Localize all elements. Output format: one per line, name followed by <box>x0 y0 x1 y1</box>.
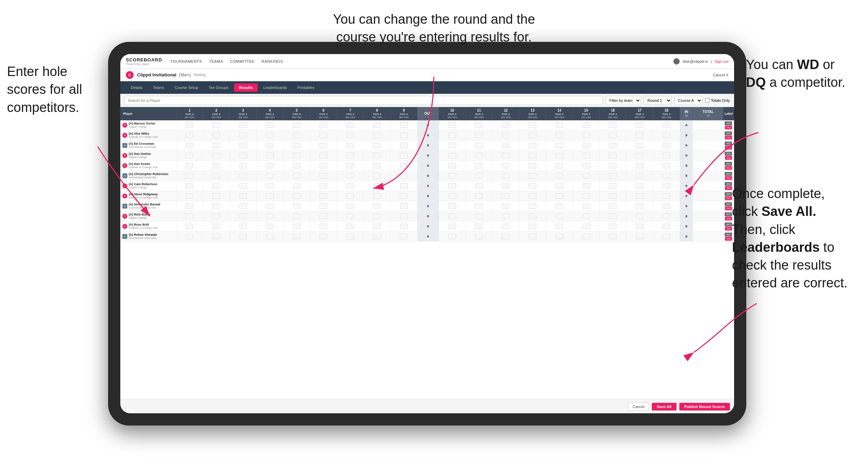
hole-13-input[interactable] <box>529 183 536 189</box>
hole-1-input[interactable] <box>186 133 193 138</box>
hole-8-score[interactable] <box>364 171 391 181</box>
hole-8-score[interactable] <box>364 120 391 130</box>
hole-5-score[interactable] <box>283 211 310 221</box>
hole-3-score[interactable] <box>230 191 257 201</box>
hole-18-input[interactable] <box>663 183 670 189</box>
hole-6-score[interactable] <box>310 201 337 211</box>
hole-12-input[interactable] <box>502 122 510 128</box>
hole-2-input[interactable] <box>212 153 220 158</box>
hole-14-input[interactable] <box>556 153 563 158</box>
tab-printables[interactable]: Printables <box>293 83 319 92</box>
hole-10-score[interactable] <box>439 231 466 241</box>
nav-rankings[interactable]: RANKINGS <box>262 59 283 63</box>
hole-17-input[interactable] <box>636 163 643 168</box>
hole-17-input[interactable] <box>636 224 643 229</box>
hole-15-score[interactable] <box>573 231 599 241</box>
hole-18-score[interactable] <box>653 211 680 221</box>
hole-16-score[interactable] <box>599 160 626 171</box>
hole-12-input[interactable] <box>502 133 510 138</box>
hole-16-score[interactable] <box>599 140 626 150</box>
hole-8-score[interactable] <box>364 231 391 241</box>
hole-1-input[interactable] <box>186 122 193 128</box>
hole-6-score[interactable] <box>310 231 337 241</box>
hole-4-score[interactable] <box>256 221 283 231</box>
hole-17-score[interactable] <box>626 150 653 160</box>
hole-10-score[interactable] <box>439 160 466 171</box>
hole-9-input[interactable] <box>400 213 408 219</box>
hole-7-input[interactable] <box>346 213 354 219</box>
hole-15-input[interactable] <box>582 193 590 199</box>
hole-7-score[interactable] <box>337 120 364 130</box>
hole-8-score[interactable] <box>364 181 391 191</box>
hole-3-score[interactable] <box>230 221 257 231</box>
hole-13-score[interactable] <box>519 211 546 221</box>
hole-12-input[interactable] <box>502 213 510 219</box>
hole-13-score[interactable] <box>519 221 546 231</box>
dq-button[interactable]: DQ <box>725 136 732 140</box>
hole-1-score[interactable] <box>176 171 203 181</box>
hole-13-score[interactable] <box>519 231 546 241</box>
hole-8-score[interactable] <box>364 221 391 231</box>
hole-9-score[interactable] <box>391 160 417 171</box>
hole-7-input[interactable] <box>346 133 354 138</box>
hole-3-input[interactable] <box>239 183 247 189</box>
hole-5-score[interactable] <box>283 171 310 181</box>
hole-15-score[interactable] <box>573 191 599 201</box>
hole-10-input[interactable] <box>448 143 456 148</box>
hole-13-input[interactable] <box>529 213 536 219</box>
dq-button[interactable]: DQ <box>725 126 732 129</box>
hole-6-score[interactable] <box>310 160 337 171</box>
hole-11-input[interactable] <box>475 122 483 128</box>
hole-17-score[interactable] <box>626 211 653 221</box>
hole-16-score[interactable] <box>599 130 626 140</box>
hole-7-input[interactable] <box>346 153 354 158</box>
hole-17-input[interactable] <box>636 183 643 189</box>
hole-10-input[interactable] <box>448 213 456 219</box>
hole-7-score[interactable] <box>337 150 364 160</box>
hole-7-input[interactable] <box>346 234 354 239</box>
hole-6-score[interactable] <box>310 150 337 160</box>
hole-3-score[interactable] <box>230 201 257 211</box>
hole-12-input[interactable] <box>502 203 510 209</box>
hole-1-score[interactable] <box>176 150 203 160</box>
hole-11-input[interactable] <box>475 183 483 189</box>
hole-14-score[interactable] <box>546 181 573 191</box>
hole-3-score[interactable] <box>230 171 257 181</box>
hole-6-input[interactable] <box>319 224 327 229</box>
hole-9-input[interactable] <box>400 173 408 179</box>
wd-button[interactable]: WD <box>725 172 732 176</box>
hole-18-input[interactable] <box>663 153 670 158</box>
hole-9-score[interactable] <box>391 120 417 130</box>
hole-12-input[interactable] <box>502 153 510 158</box>
hole-2-input[interactable] <box>212 122 220 128</box>
hole-8-input[interactable] <box>373 203 381 209</box>
hole-5-score[interactable] <box>283 231 310 241</box>
hole-10-input[interactable] <box>448 234 456 239</box>
dq-button[interactable]: DQ <box>725 146 732 150</box>
hole-17-score[interactable] <box>626 171 653 181</box>
hole-2-input[interactable] <box>212 133 220 138</box>
hole-7-score[interactable] <box>337 140 364 150</box>
hole-5-input[interactable] <box>293 193 301 199</box>
wd-button[interactable]: WD <box>725 142 732 145</box>
hole-9-score[interactable] <box>391 211 417 221</box>
hole-2-score[interactable] <box>203 231 230 241</box>
hole-10-input[interactable] <box>448 224 456 229</box>
hole-13-input[interactable] <box>529 234 536 239</box>
hole-5-score[interactable] <box>283 120 310 130</box>
hole-16-score[interactable] <box>599 201 626 211</box>
hole-9-input[interactable] <box>400 203 408 209</box>
hole-11-score[interactable] <box>466 191 492 201</box>
hole-16-score[interactable] <box>599 171 626 181</box>
hole-2-score[interactable] <box>203 191 230 201</box>
tab-results[interactable]: Results <box>234 83 258 92</box>
hole-6-score[interactable] <box>310 181 337 191</box>
hole-5-score[interactable] <box>283 191 310 201</box>
hole-18-score[interactable] <box>653 120 680 130</box>
hole-4-input[interactable] <box>266 122 274 128</box>
hole-1-input[interactable] <box>186 213 193 219</box>
hole-1-input[interactable] <box>186 183 193 189</box>
hole-3-score[interactable] <box>230 160 257 171</box>
wd-button[interactable]: WD <box>725 152 732 156</box>
hole-14-input[interactable] <box>556 224 563 229</box>
